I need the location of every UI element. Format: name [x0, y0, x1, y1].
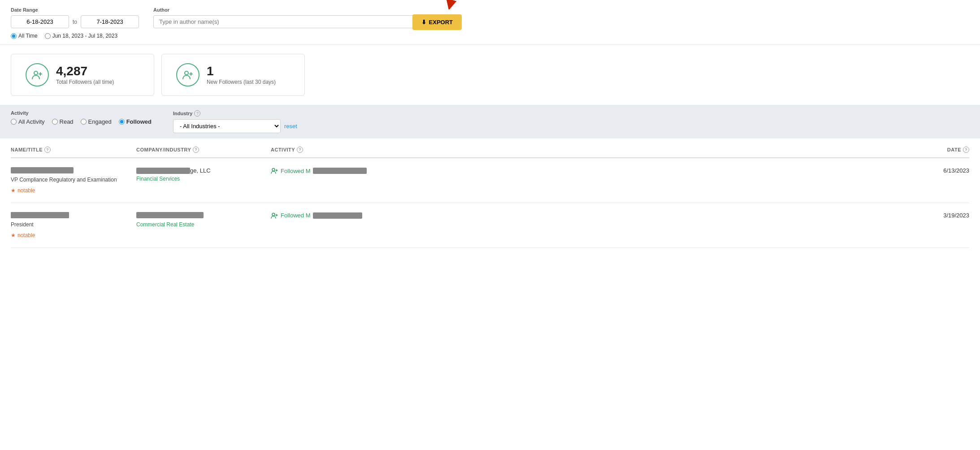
person-name-redacted-2: [11, 212, 69, 218]
new-followers-number: 1: [207, 65, 276, 78]
notable-badge-1: ★ notable: [11, 187, 136, 194]
total-followers-number: 4,287: [56, 65, 114, 78]
total-followers-label: Total Followers (all time): [56, 79, 114, 85]
star-icon-1: ★: [11, 187, 16, 194]
company-help-icon[interactable]: ?: [193, 147, 199, 153]
table-row: VP Compliance Regulatory and Examination…: [11, 158, 969, 203]
follow-icon-1: [271, 167, 278, 174]
industry-section: Industry ? - All Industries - reset: [173, 110, 297, 133]
reset-link[interactable]: reset: [284, 123, 297, 130]
date-from-input[interactable]: [11, 15, 69, 28]
industry-1: Financial Services: [136, 176, 271, 182]
industry-select[interactable]: - All Industries -: [173, 119, 281, 133]
industry-2: Commercial Real Estate: [136, 221, 271, 228]
company-name-redacted-prefix-1: [136, 168, 190, 174]
activity-help-icon[interactable]: ?: [297, 147, 303, 153]
new-followers-card: 1 New Followers (last 30 days): [161, 54, 305, 96]
th-date: DATE ?: [898, 147, 969, 153]
date-cell-2: 3/19/2023: [898, 212, 969, 219]
table-container: NAME/TITLE ? COMPANY/INDUSTRY ? ACTIVITY…: [0, 142, 980, 248]
person-cell-1: VP Compliance Regulatory and Examination…: [11, 167, 136, 194]
th-name: NAME/TITLE ?: [11, 147, 136, 153]
total-followers-content: 4,287 Total Followers (all time): [56, 65, 114, 86]
activity-redacted-1: [313, 168, 367, 174]
activity-value-1: Followed M: [271, 167, 898, 174]
person-title-2: President: [11, 221, 136, 229]
follow-icon-2: [271, 212, 278, 219]
activity-section: Activity All Activity Read Engaged Follo…: [11, 110, 152, 125]
date-to-separator: to: [73, 19, 77, 25]
svg-point-10: [272, 213, 275, 216]
industry-label: Industry: [173, 111, 192, 116]
activity-radios: All Activity Read Engaged Followed: [11, 118, 152, 125]
export-button[interactable]: ⬇ EXPORT: [412, 14, 462, 30]
company-suffix-1: ge, LLC: [190, 167, 211, 174]
activity-cell-1: Followed M: [271, 167, 898, 174]
new-followers-label: New Followers (last 30 days): [207, 79, 276, 85]
activity-value-2: Followed M: [271, 212, 898, 219]
read-radio[interactable]: Read: [52, 118, 74, 125]
notable-badge-2: ★ notable: [11, 232, 136, 238]
activity-filter-bar: Activity All Activity Read Engaged Follo…: [0, 105, 980, 138]
followers-icon: [26, 63, 49, 87]
svg-point-1: [34, 71, 38, 75]
new-followers-icon: [176, 63, 199, 87]
date-range-inputs: to: [11, 15, 139, 28]
stats-row: 4,287 Total Followers (all time) 1 New F…: [0, 45, 980, 105]
notable-label-2: notable: [17, 232, 35, 238]
notable-label-1: notable: [17, 187, 35, 194]
date-to-input[interactable]: [81, 15, 139, 28]
company-cell-2: Commercial Real Estate: [136, 212, 271, 228]
company-cell-1: ge, LLC Financial Services: [136, 167, 271, 182]
date-cell-1: 6/13/2023: [898, 167, 969, 174]
company-name-redacted-2: [136, 212, 204, 218]
table-row: President ★ notable Commercial Real Esta…: [11, 203, 969, 248]
person-cell-2: President ★ notable: [11, 212, 136, 238]
activity-cell-2: Followed M: [271, 212, 898, 219]
time-range-radios: All Time Jun 18, 2023 - Jul 18, 2023: [11, 33, 139, 39]
date-range-label: Date Range: [11, 7, 139, 13]
svg-point-7: [272, 169, 275, 171]
table-header: NAME/TITLE ? COMPANY/INDUSTRY ? ACTIVITY…: [11, 142, 969, 158]
total-followers-card: 4,287 Total Followers (all time): [11, 54, 154, 96]
industry-help-icon[interactable]: ?: [194, 110, 200, 117]
all-activity-radio[interactable]: All Activity: [11, 118, 45, 125]
th-activity: ACTIVITY ?: [271, 147, 898, 153]
all-time-radio[interactable]: All Time: [11, 33, 38, 39]
new-followers-content: 1 New Followers (last 30 days): [207, 65, 276, 86]
svg-point-4: [185, 71, 188, 75]
followed-radio[interactable]: Followed: [119, 118, 152, 125]
engaged-radio[interactable]: Engaged: [81, 118, 112, 125]
date-help-icon[interactable]: ?: [963, 147, 969, 153]
activity-section-label: Activity: [11, 110, 152, 116]
activity-redacted-2: [313, 212, 362, 219]
date-range-radio[interactable]: Jun 18, 2023 - Jul 18, 2023: [45, 33, 117, 39]
person-title-1: VP Compliance Regulatory and Examination: [11, 176, 136, 184]
person-name-redacted-1: [11, 167, 74, 173]
industry-row: - All Industries - reset: [173, 119, 297, 133]
download-icon: ⬇: [421, 19, 426, 26]
filter-bar: Date Range to All Time Jun 18, 2023 - Ju…: [0, 0, 980, 45]
star-icon-2: ★: [11, 232, 16, 238]
th-company: COMPANY/INDUSTRY ?: [136, 147, 271, 153]
date-range-group: Date Range to All Time Jun 18, 2023 - Ju…: [11, 7, 139, 39]
name-help-icon[interactable]: ?: [44, 147, 51, 153]
author-label: Author: [153, 7, 458, 13]
